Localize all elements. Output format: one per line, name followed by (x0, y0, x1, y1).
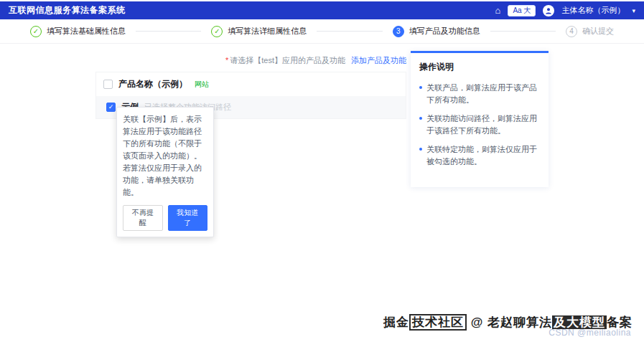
watermark-segment-boxed: 技术社区 (409, 314, 467, 331)
avatar[interactable] (543, 5, 554, 16)
step-connector (136, 31, 201, 32)
home-icon[interactable]: ⌂ (495, 6, 501, 15)
product-checkbox[interactable] (103, 80, 113, 89)
product-selection-area: *请选择【test】应用的产品及功能添加产品及功能 产品名称（示例） 网站 ✓ … (95, 48, 406, 119)
chevron-down-icon[interactable]: ▾ (632, 7, 635, 14)
instruction-item: 关联特定功能，则算法仅应用于被勾选的功能。 (419, 143, 540, 168)
watermark-area: 掘金技术社区 @ 老赵聊算法及大模型备案 CSDN @meiliaolina (383, 314, 633, 331)
instruction-text: 关联功能访问路径，则算法应用于该路径下所有功能。 (426, 113, 540, 137)
step-2-detail-info: ✓ 填写算法详细属性信息 (211, 26, 307, 37)
account-name[interactable]: 主体名称（示例） (561, 5, 625, 16)
instruction-text: 关联产品，则算法应用于该产品下所有功能。 (426, 82, 540, 106)
step-3-product-info: 3 填写产品及功能信息 (393, 26, 480, 37)
step-2-label: 填写算法详细属性信息 (228, 26, 307, 37)
app-header: 互联网信息服务算法备案系统 ⌂ Aa 大 主体名称（示例） ▾ (0, 1, 644, 19)
bullet-dot-icon (419, 86, 422, 89)
watermark-segment: @ 老赵聊算法 (467, 315, 552, 329)
step-connector (490, 31, 556, 32)
steps-bar: ✓ 填写算法基础属性信息 ✓ 填写算法详细属性信息 3 填写产品及功能信息 4 … (0, 19, 644, 44)
user-icon (545, 7, 552, 14)
add-product-link[interactable]: 添加产品及功能 (351, 56, 406, 65)
step-connector (317, 31, 382, 32)
main-content: *请选择【test】应用的产品及功能添加产品及功能 产品名称（示例） 网站 ✓ … (0, 44, 644, 187)
step-3-label: 填写产品及功能信息 (409, 26, 480, 37)
instructions-title: 操作说明 (419, 61, 540, 73)
header-actions: ⌂ Aa 大 主体名称（示例） ▾ (495, 5, 635, 16)
tooltip-actions: 不再提醒 我知道了 (123, 205, 207, 231)
required-asterisk: * (225, 56, 228, 65)
bullet-dot-icon (419, 117, 422, 120)
step-1-label: 填写算法基础属性信息 (47, 26, 126, 37)
instructions-list: 关联产品，则算法应用于该产品下所有功能。 关联功能访问路径，则算法应用于该路径下… (419, 82, 540, 168)
select-hint-text: 请选择【test】应用的产品及功能 (230, 56, 345, 65)
tooltip-text: 关联【示例】后，表示算法应用于该功能路径下的所有功能（不限于该页面录入的功能）。… (123, 113, 207, 199)
product-row: 产品名称（示例） 网站 (96, 72, 406, 96)
product-type-tag: 网站 (195, 80, 209, 90)
instruction-text: 关联特定功能，则算法仅应用于被勾选的功能。 (426, 143, 540, 168)
step-1-check-icon: ✓ (30, 26, 42, 37)
step-4-number-icon: 4 (566, 26, 577, 37)
step-2-check-icon: ✓ (211, 26, 223, 37)
select-hint-row: *请选择【test】应用的产品及功能添加产品及功能 (95, 55, 406, 66)
step-4-label: 确认提交 (582, 26, 614, 37)
step-3-number-icon: 3 (393, 26, 404, 37)
font-size-button[interactable]: Aa 大 (508, 5, 536, 16)
dismiss-reminder-button[interactable]: 不再提醒 (123, 205, 163, 231)
product-name: 产品名称（示例） (118, 78, 187, 90)
instruction-item: 关联产品，则算法应用于该产品下所有功能。 (419, 82, 540, 106)
step-4-confirm-submit: 4 确认提交 (566, 26, 614, 37)
product-box: 产品名称（示例） 网站 ✓ 示例 已选择整个功能访问路径 关联【示例】后，表示算… (95, 72, 406, 119)
bullet-dot-icon (419, 148, 422, 151)
step-1-basic-info: ✓ 填写算法基础属性信息 (30, 26, 126, 37)
instruction-item: 关联功能访问路径，则算法应用于该路径下所有功能。 (419, 113, 540, 137)
instructions-panel: 操作说明 关联产品，则算法应用于该产品下所有功能。 关联功能访问路径，则算法应用… (411, 51, 549, 187)
acknowledge-button[interactable]: 我知道了 (168, 205, 208, 231)
watermark-segment: 掘金 (383, 315, 409, 329)
feature-association-tooltip: 关联【示例】后，表示算法应用于该功能路径下的所有功能（不限于该页面录入的功能）。… (116, 107, 214, 237)
app-title: 互联网信息服务算法备案系统 (9, 4, 126, 16)
csdn-watermark: CSDN @meiliaolina (549, 328, 631, 338)
feature-checkbox[interactable]: ✓ (106, 103, 116, 112)
